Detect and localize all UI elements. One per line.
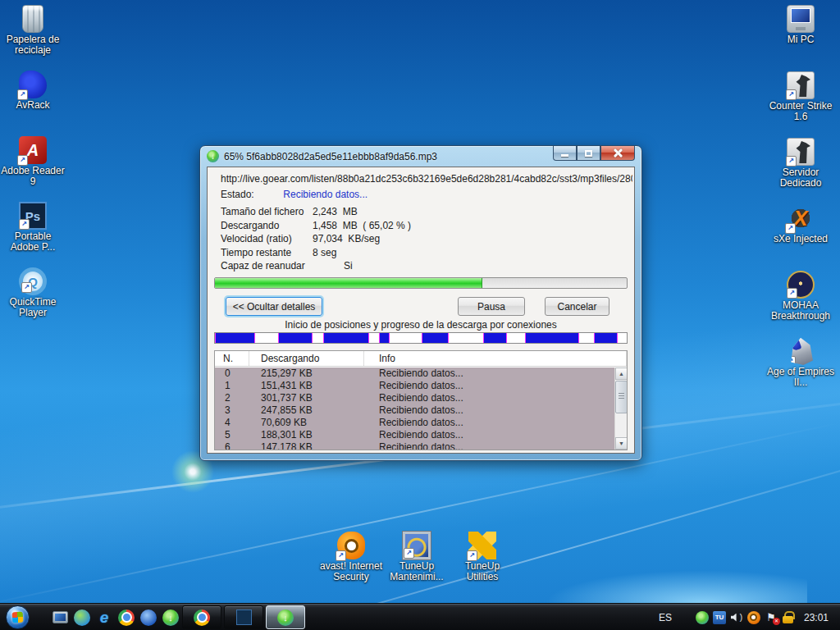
download-fields: Tamaño del fichero 2,243 MB Descargando …	[221, 206, 626, 274]
desktop-icon-image	[19, 267, 47, 295]
desktop-icon-label: Adobe Reader 9	[1, 166, 65, 188]
desktop-icon-recycle-bin[interactable]: Papelera de reciclaje	[1, 5, 65, 71]
field-value: 1,458 MB ( 65,02 % )	[313, 220, 411, 234]
field-value: 97,034 KB/seg	[313, 233, 380, 247]
chrome-icon[interactable]	[118, 609, 135, 626]
cell-descargando: 188,301 KB	[249, 429, 364, 441]
internet-explorer-icon[interactable]	[96, 609, 112, 626]
dialog-titlebar[interactable]: 65% 5f6abb8028d2a5ed5e11ebbb8af9da56.mp3	[200, 146, 641, 167]
desktop-icon-image	[787, 337, 815, 365]
clock[interactable]: 23:01	[801, 612, 832, 623]
tray-volume-icon[interactable]	[730, 611, 743, 624]
desktop-icon-mi-pc[interactable]: Mi PC	[766, 5, 835, 71]
idm-icon[interactable]	[162, 609, 179, 626]
connections-label: Inicio de posiciones y progreso de la de…	[208, 319, 634, 331]
maximize-button[interactable]	[577, 146, 600, 161]
cell-info: Recibiendo datos...	[364, 417, 614, 429]
taskbar-buttons	[182, 604, 305, 630]
progress-bar	[214, 277, 628, 289]
table-header: N. Descargando Info	[215, 351, 627, 367]
dialog-body: http://live.goear.com/listen/88b0a21dc25…	[207, 167, 635, 454]
hide-details-button[interactable]: << Ocultar detalles	[226, 297, 322, 316]
tray-idm-icon[interactable]	[696, 611, 709, 624]
table-row[interactable]: 3 247,855 KB Recibiendo datos...	[215, 404, 614, 417]
desktop-icon-label: AvRack	[1, 100, 65, 111]
desktop-icon-adobe-reader-9[interactable]: Adobe Reader 9	[1, 136, 65, 202]
minimize-button[interactable]	[553, 146, 577, 161]
desktop-icon-label: sXe Injected	[766, 234, 835, 244]
cell-info: Recibiendo datos...	[364, 404, 614, 417]
media-player-icon[interactable]	[140, 609, 157, 626]
desktop-icon-image	[787, 5, 815, 33]
tray-tuneup-icon[interactable]	[713, 611, 726, 624]
scroll-down-icon[interactable]: ▼	[615, 437, 628, 450]
scroll-up-icon[interactable]: ▲	[615, 368, 628, 380]
field-value: Si	[313, 260, 353, 274]
field-label: Tamaño del fichero	[221, 206, 313, 220]
connection-segment	[379, 333, 390, 343]
connection-segment	[278, 333, 313, 343]
table-row[interactable]: 0 215,297 KB Recibiendo datos...	[215, 368, 614, 380]
cell-descargando: 151,431 KB	[249, 380, 364, 392]
tray-avast-icon[interactable]	[747, 611, 760, 624]
close-button[interactable]	[600, 146, 635, 161]
desktop-icon-tuneup-mantenimiento[interactable]: TuneUp Mantenimi...	[384, 532, 450, 597]
taskbar-button-photoshop[interactable]	[224, 605, 263, 629]
desktop-icon-age-of-empires-2[interactable]: Age of Empires II...	[766, 337, 835, 404]
taskbar-button-icon	[277, 609, 294, 626]
taskbar-button-idm[interactable]	[266, 605, 305, 629]
tray-icons	[696, 611, 795, 624]
table-row[interactable]: 2 301,737 KB Recibiendo datos...	[215, 392, 614, 404]
connection-segment	[579, 333, 594, 343]
desktop-icon-mohaa-breakthrough[interactable]: MOHAA Breakthrough	[766, 271, 835, 337]
desktop-icon-label: MOHAA Breakthrough	[766, 300, 835, 322]
table-row[interactable]: 1 151,431 KB Recibiendo datos...	[215, 380, 614, 392]
language-indicator[interactable]: ES	[654, 609, 677, 626]
desktop-icons-right: Mi PC Counter Strike 1.6 Servidor Dedica…	[766, 5, 835, 404]
desktop-icon-quicktime-player[interactable]: QuickTime Player	[1, 267, 65, 333]
desktop-icon-portable-adobe-photoshop[interactable]: Portable Adobe P...	[1, 202, 65, 267]
column-header-descargando[interactable]: Descargando	[249, 351, 364, 366]
desktop-icon-sxe-injected[interactable]: sXe Injected	[766, 204, 835, 271]
field-value: 8 seg	[313, 247, 336, 261]
status-value: Recibiendo datos...	[283, 189, 368, 200]
field-label: Tiempo restante	[221, 247, 313, 261]
connection-segment	[483, 333, 508, 343]
desktop-icon-tuneup-utilities[interactable]: TuneUp Utilities	[450, 532, 515, 597]
desktop-icon-counter-strike-16[interactable]: Counter Strike 1.6	[766, 71, 835, 138]
taskbar-button-chrome[interactable]	[182, 605, 221, 629]
start-button[interactable]	[6, 605, 30, 629]
show-desktop-icon[interactable]	[52, 611, 68, 623]
messenger-icon[interactable]	[74, 609, 90, 626]
connection-segment	[390, 333, 422, 343]
table-row[interactable]: 4 70,609 KB Recibiendo datos...	[215, 417, 614, 429]
column-header-info[interactable]: Info	[364, 351, 627, 366]
desktop-icon-image	[22, 5, 43, 33]
scrollbar-thumb[interactable]	[615, 381, 628, 413]
desktop-icon-avast-internet-security[interactable]: avast! Internet Security	[318, 532, 384, 597]
table-scrollbar[interactable]: ▲ ▼	[614, 368, 627, 450]
desktop-icon-image	[19, 136, 47, 164]
column-header-n[interactable]: N.	[215, 351, 249, 366]
desktop-icon-servidor-dedicado[interactable]: Servidor Dedicado	[766, 138, 835, 204]
cancel-button[interactable]: Cancelar	[545, 297, 609, 316]
tray-security-icon[interactable]	[782, 611, 795, 624]
maximize-icon	[585, 150, 592, 157]
desktop-icon-label: Age of Empires II...	[766, 367, 835, 389]
table-row[interactable]: 5 188,301 KB Recibiendo datos...	[215, 429, 614, 441]
desktop-icon-image	[787, 204, 815, 232]
windows-logo-icon	[12, 612, 24, 623]
desktop-icon-image	[468, 532, 496, 559]
field-row: Descargando 1,458 MB ( 65,02 % )	[221, 220, 626, 234]
field-row: Capaz de reanudar Si	[221, 260, 626, 274]
cell-info: Recibiendo datos...	[364, 441, 614, 450]
tray-flag-alert-icon[interactable]	[765, 611, 778, 624]
table-body: 0 215,297 KB Recibiendo datos... 1 151,4…	[215, 368, 614, 450]
wallpaper-glow	[545, 570, 807, 603]
desktop-icon-avrack[interactable]: AvRack	[1, 71, 65, 136]
desktop-icon-image	[403, 532, 431, 559]
table-row[interactable]: 6 147,178 KB Recibiendo datos...	[215, 441, 614, 450]
pause-button[interactable]: Pausa	[458, 297, 525, 316]
taskbar: ES 23:01	[0, 603, 840, 630]
desktop-icon-label: TuneUp Utilities	[450, 561, 515, 583]
